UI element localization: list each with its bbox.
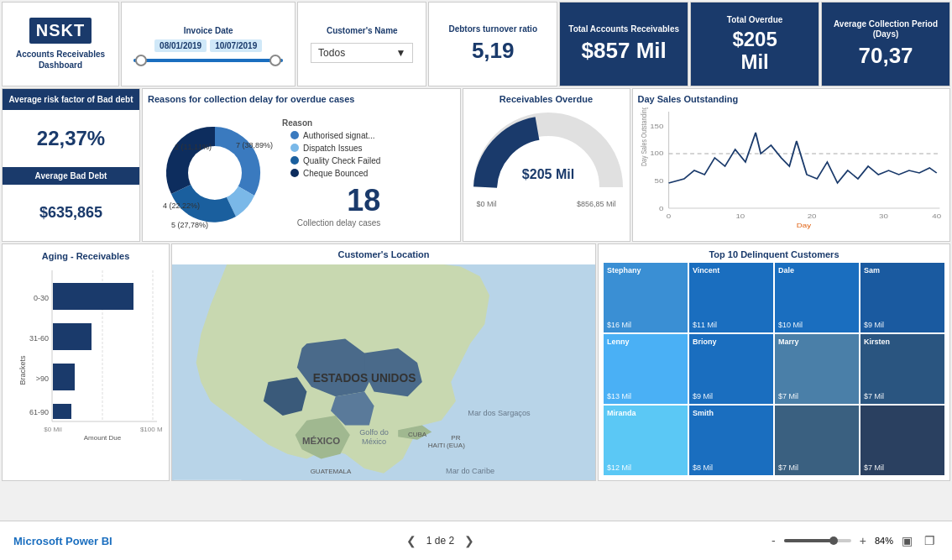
legend-label-2: Dispatch Issues — [303, 144, 363, 153]
svg-text:Amount Due: Amount Due — [84, 434, 122, 442]
svg-text:>90: >90 — [36, 374, 49, 383]
treemap-cell-kirsten: Kirsten $7 Mil — [860, 334, 944, 404]
treemap-grid: Stephany $16 Mil Vincent $11 Mil Dale $1… — [604, 263, 944, 475]
total-ar-card: Total Accounts Receivables $857 Mil — [559, 2, 688, 86]
zoom-fill — [784, 539, 831, 542]
date-start-btn[interactable]: 08/01/2019 — [154, 39, 207, 52]
legend-dot-1 — [290, 131, 299, 139]
map-area: MÉXICO ESTADOS UNIDOS Golfo do México CU… — [172, 264, 595, 480]
map-svg: MÉXICO ESTADOS UNIDOS Golfo do México CU… — [172, 264, 595, 480]
cases-number: 18 — [347, 183, 380, 218]
debtors-turnover-label: Debtors turnover ratio — [448, 24, 537, 34]
legend-dot-3 — [290, 156, 299, 165]
svg-text:ESTADOS UNIDOS: ESTADOS UNIDOS — [313, 372, 416, 385]
cell-val-smith: $8 Mil — [693, 463, 770, 472]
cell-name-smith: Smith — [693, 409, 770, 417]
slider-thumb-right[interactable] — [269, 55, 281, 66]
gauge-min: $0 Mil — [477, 200, 497, 208]
svg-text:HAITI: HAITI — [428, 442, 445, 449]
cell-name-lenny: Lenny — [607, 338, 684, 346]
svg-text:2 (11,11%): 2 (11,11%) — [175, 143, 212, 151]
bad-debt-title: Average risk factor of Bad debt — [3, 89, 139, 110]
treemap-cell-stephany: Stephany $16 Mil — [604, 263, 688, 332]
nav-controls: ❮ 1 de 2 ❯ — [403, 532, 478, 549]
svg-text:0: 0 — [659, 205, 663, 212]
cell-name-kirsten: Kirsten — [864, 338, 941, 346]
fit-screen-btn[interactable]: ▣ — [898, 532, 916, 549]
total-overdue-value: $205Mil — [732, 29, 777, 73]
svg-rect-26 — [53, 323, 92, 350]
svg-text:Day: Day — [796, 222, 811, 229]
date-end-btn[interactable]: 10/07/2019 — [210, 39, 262, 52]
invoice-date-label: Invoice Date — [184, 26, 233, 36]
svg-text:Day Sales Outstanding: Day Sales Outstanding — [640, 107, 648, 166]
bottom-bar: Microsoft Power BI ❮ 1 de 2 ❯ - + 84% ▣ … — [0, 521, 952, 560]
legend-dot-4 — [290, 169, 299, 177]
total-overdue-card: Total Overdue $205Mil — [690, 2, 819, 86]
treemap-cell-11: $7 Mil — [775, 406, 859, 475]
svg-text:Mar dos Sargaços: Mar dos Sargaços — [468, 409, 531, 417]
gauge-max: $856,85 Mil — [577, 200, 616, 208]
legend-item-2: Dispatch Issues — [290, 144, 380, 153]
legend-label-4: Cheque Bounced — [303, 169, 368, 178]
map-title: Customer's Location — [172, 244, 595, 264]
avg-collection-value: 70,37 — [858, 43, 913, 69]
cell-val-marry: $7 Mil — [778, 392, 855, 400]
donut-chart-box: Reasons for collection delay for overdue… — [142, 88, 461, 242]
treemap-cell-smith: Smith $8 Mil — [689, 406, 773, 475]
fullscreen-btn[interactable]: ❐ — [921, 532, 939, 549]
zoom-slider[interactable] — [784, 539, 851, 542]
total-ar-value: $857 Mil — [582, 38, 667, 64]
svg-text:30: 30 — [878, 212, 887, 220]
gauge-box: Receivables Overdue $205 Mil $0 Mil $856… — [463, 88, 630, 242]
zoom-level: 84% — [875, 536, 893, 546]
svg-text:MÉXICO: MÉXICO — [302, 436, 340, 446]
treemap-box: Top 10 Delinquent Customers Stephany $16… — [598, 243, 950, 481]
cell-val-12: $7 Mil — [864, 463, 941, 472]
legend-item-4: Cheque Bounced — [290, 169, 380, 178]
cell-name-vincent: Vincent — [693, 266, 770, 275]
bad-debt-label2: Average Bad Debt — [3, 167, 139, 185]
treemap-cell-miranda: Miranda $12 Mil — [604, 406, 688, 475]
dso-chart-svg: 0 50 100 150 0 10 20 30 40 Day Day Sales… — [638, 107, 945, 229]
bad-debt-box: Average risk factor of Bad debt 22,37% A… — [2, 88, 140, 242]
customer-name-value: Todos — [318, 47, 345, 59]
cell-name-dale: Dale — [778, 266, 855, 275]
cell-val-kirsten: $7 Mil — [864, 392, 941, 400]
aging-box: Aging - Receivables Brackets 0-30 — [2, 243, 170, 481]
zoom-out-btn[interactable]: - — [768, 532, 779, 549]
treemap-cell-dale: Dale $10 Mil — [775, 263, 859, 332]
nav-next-btn[interactable]: ❯ — [461, 532, 478, 549]
svg-text:40: 40 — [932, 212, 941, 220]
powerbi-link[interactable]: Microsoft Power BI — [13, 535, 112, 547]
cell-name-marry: Marry — [778, 338, 855, 346]
cell-name-sam: Sam — [864, 266, 941, 275]
cell-val-sam: $9 Mil — [864, 321, 941, 329]
nav-prev-btn[interactable]: ❮ — [403, 532, 420, 549]
treemap-cell-briony: Briony $9 Mil — [689, 334, 773, 404]
cell-val-vincent: $11 Mil — [693, 321, 770, 329]
cell-val-briony: $9 Mil — [693, 392, 770, 400]
date-slider[interactable] — [133, 59, 283, 62]
slider-thumb-left[interactable] — [135, 55, 147, 66]
gauge-labels: $0 Mil $856,85 Mil — [468, 200, 625, 208]
treemap-cell-12: $7 Mil — [860, 406, 944, 475]
debtors-turnover-card: Debtors turnover ratio 5,19 — [428, 2, 557, 86]
zoom-thumb[interactable] — [829, 536, 838, 545]
legend-item-3: Quality Check Failed — [290, 156, 380, 165]
customer-name-select[interactable]: Todos ▼ — [311, 43, 413, 63]
svg-text:10: 10 — [735, 212, 745, 220]
legend-dot-2 — [290, 144, 299, 152]
dso-box: Day Sales Outstanding 0 50 100 150 0 — [632, 88, 951, 242]
svg-text:61-90: 61-90 — [29, 408, 49, 416]
zoom-in-btn[interactable]: + — [856, 532, 870, 549]
cell-name-miranda: Miranda — [607, 409, 684, 417]
svg-text:50: 50 — [654, 177, 663, 185]
customer-name-card: Customer's Name Todos ▼ — [297, 2, 426, 86]
legend-label-3: Quality Check Failed — [303, 156, 380, 165]
debtors-turnover-value: 5,19 — [472, 38, 515, 64]
gauge-title: Receivables Overdue — [468, 94, 625, 104]
svg-rect-28 — [53, 364, 75, 390]
treemap-cell-marry: Marry $7 Mil — [775, 334, 859, 404]
cell-name-briony: Briony — [693, 338, 770, 346]
